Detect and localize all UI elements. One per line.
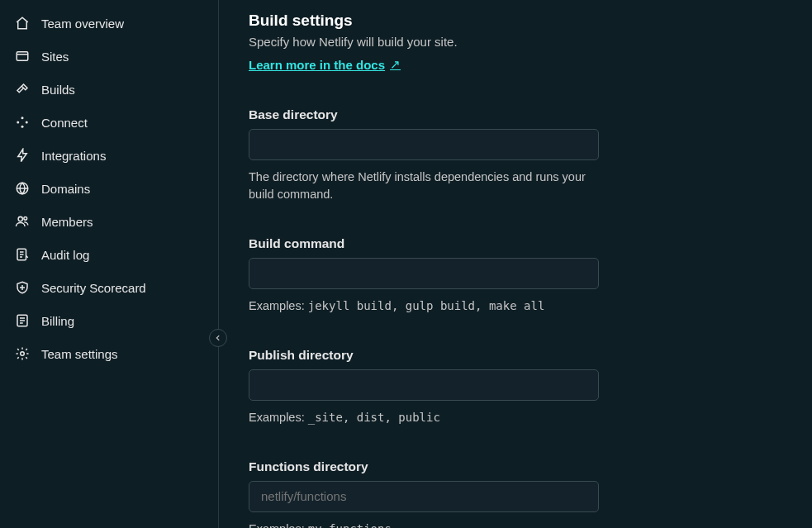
- hammer-icon: [15, 82, 30, 97]
- sidebar-item-label: Builds: [41, 83, 75, 97]
- section-title: Build settings: [249, 12, 787, 30]
- sidebar-item-integrations[interactable]: Integrations: [0, 139, 218, 172]
- sidebar-item-sites[interactable]: Sites: [0, 40, 218, 73]
- svg-point-2: [21, 117, 24, 119]
- gear-icon: [15, 346, 30, 361]
- sidebar-item-team-overview[interactable]: Team overview: [0, 7, 218, 40]
- connect-icon: [15, 115, 30, 130]
- sidebar-item-label: Members: [41, 215, 93, 229]
- sidebar-item-members[interactable]: Members: [0, 205, 218, 238]
- shield-icon: [15, 280, 30, 295]
- docs-link-text: Learn more in the docs: [249, 58, 385, 72]
- svg-rect-0: [17, 52, 28, 61]
- sidebar-item-audit-log[interactable]: Audit log: [0, 238, 218, 271]
- base-directory-label: Base directory: [249, 107, 787, 122]
- home-icon: [15, 16, 30, 31]
- publish-directory-help: Examples: _site, dist, public: [249, 409, 599, 426]
- sidebar-item-label: Connect: [41, 116, 88, 130]
- svg-point-4: [26, 121, 28, 124]
- svg-point-6: [18, 216, 22, 221]
- sidebar-item-security[interactable]: Security Scorecard: [0, 271, 218, 304]
- sidebar-item-label: Team overview: [41, 17, 124, 31]
- publish-directory-label: Publish directory: [249, 348, 787, 363]
- functions-directory-input[interactable]: [249, 481, 599, 512]
- billing-icon: [15, 313, 30, 328]
- collapse-sidebar-button[interactable]: [209, 329, 227, 347]
- build-command-label: Build command: [249, 236, 787, 251]
- sidebar-divider: [218, 0, 219, 528]
- sidebar: Team overview Sites Builds Connect Integ: [0, 0, 218, 528]
- base-directory-input[interactable]: [249, 129, 599, 160]
- sidebar-item-label: Integrations: [41, 149, 106, 163]
- sidebar-item-label: Sites: [41, 50, 69, 64]
- docs-link[interactable]: Learn more in the docs ↗: [249, 57, 401, 72]
- sidebar-item-label: Domains: [41, 182, 90, 196]
- main-content: Build settings Specify how Netlify will …: [219, 0, 812, 528]
- members-icon: [15, 214, 30, 229]
- build-command-help: Examples: jekyll build, gulp build, make…: [249, 297, 599, 315]
- field-base-directory: Base directory The directory where Netli…: [249, 107, 787, 203]
- svg-point-3: [21, 126, 24, 128]
- sidebar-item-label: Team settings: [41, 347, 118, 361]
- sidebar-item-label: Audit log: [41, 248, 89, 262]
- svg-point-10: [21, 352, 25, 356]
- chevron-left-icon: [214, 334, 222, 342]
- window-icon: [15, 49, 30, 64]
- base-directory-help: The directory where Netlify installs dep…: [249, 169, 599, 203]
- functions-directory-help: Examples: my_functions: [249, 521, 599, 528]
- bolt-icon: [15, 148, 30, 163]
- external-arrow-icon: ↗: [390, 57, 401, 72]
- publish-directory-input[interactable]: [249, 369, 599, 401]
- sidebar-item-billing[interactable]: Billing: [0, 304, 218, 337]
- audit-icon: [15, 247, 30, 262]
- build-command-input[interactable]: [249, 258, 599, 289]
- field-functions-directory: Functions directory Examples: my_functio…: [249, 459, 787, 528]
- globe-icon: [15, 181, 30, 196]
- sidebar-item-domains[interactable]: Domains: [0, 172, 218, 205]
- field-build-command: Build command Examples: jekyll build, gu…: [249, 236, 787, 315]
- sidebar-item-team-settings[interactable]: Team settings: [0, 337, 218, 370]
- svg-point-7: [24, 216, 27, 220]
- section-description: Specify how Netlify will build your site…: [249, 35, 787, 49]
- sidebar-item-label: Billing: [41, 314, 74, 328]
- sidebar-item-label: Security Scorecard: [41, 281, 146, 295]
- sidebar-item-builds[interactable]: Builds: [0, 73, 218, 106]
- field-publish-directory: Publish directory Examples: _site, dist,…: [249, 348, 787, 426]
- functions-directory-label: Functions directory: [249, 459, 787, 474]
- svg-point-1: [17, 121, 19, 124]
- sidebar-item-connect[interactable]: Connect: [0, 106, 218, 139]
